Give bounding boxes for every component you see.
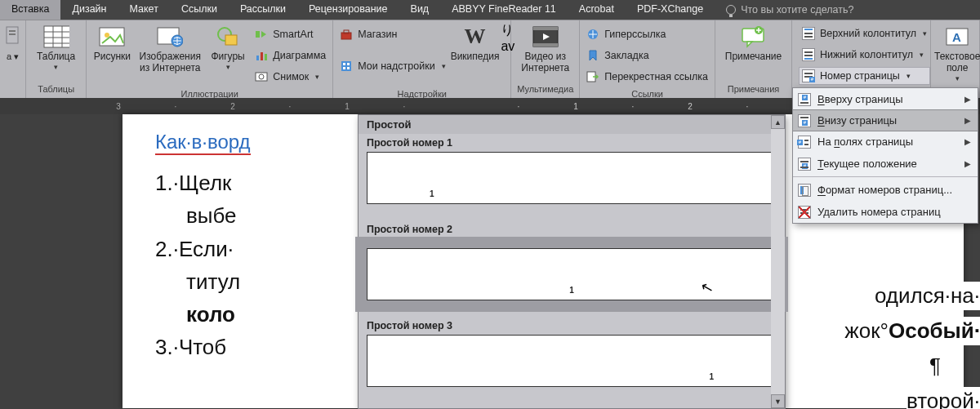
svg-rect-24: [341, 61, 351, 71]
menu-current-position[interactable]: # Текущее положение ▶: [793, 153, 978, 175]
svg-marker-34: [590, 51, 596, 60]
svg-rect-30: [533, 27, 558, 30]
screenshot-button[interactable]: Снимок ▾: [255, 68, 326, 86]
submenu-arrow-icon: ▶: [964, 116, 971, 125]
sample-number-right: 1: [709, 372, 714, 381]
svg-rect-3: [44, 26, 69, 47]
svg-rect-19: [265, 54, 267, 60]
tab-mailings[interactable]: Рассылки: [229, 0, 297, 20]
menu-bottom-label: Внизу страницы: [817, 114, 897, 127]
svg-rect-26: [347, 63, 350, 65]
textbox-label: Текстовое поле: [934, 51, 980, 74]
tab-review[interactable]: Рецензирование: [297, 0, 399, 20]
gallery-item-2[interactable]: 1: [367, 248, 777, 300]
bookmark-icon: [586, 49, 599, 62]
svg-rect-15: [256, 31, 260, 38]
tab-design[interactable]: Дизайн: [60, 0, 118, 20]
svg-rect-18: [261, 52, 263, 60]
textbox-icon: A: [944, 24, 970, 50]
tab-acrobat[interactable]: Acrobat: [568, 0, 626, 20]
tab-insert[interactable]: Вставка: [0, 0, 60, 20]
table-button[interactable]: Таблица ▾: [30, 22, 82, 71]
scroll-up-button[interactable]: ▲: [771, 115, 785, 129]
menu-bottom-of-page[interactable]: # Внизу страницы ▶: [792, 109, 978, 131]
shapes-icon: [215, 24, 241, 50]
online-video-button[interactable]: Видео из Интернета: [514, 22, 576, 74]
gallery-scrollbar[interactable]: ▲ ▼: [771, 115, 785, 408]
pages-split[interactable]: а ▾: [2, 22, 24, 62]
page-number-gallery: Простой Простой номер 1 1 Простой номер …: [358, 114, 786, 409]
screenshot-icon: [255, 70, 268, 83]
tell-me-search[interactable]: Что вы хотите сделать?: [715, 0, 853, 20]
gallery-item-3[interactable]: 1: [367, 335, 777, 387]
remove-numbers-icon: [798, 206, 811, 219]
comment-button[interactable]: Примечание: [719, 22, 788, 63]
menu-format-label: Формат номеров страниц...: [817, 184, 952, 196]
bookmark-button[interactable]: Закладка: [586, 47, 708, 64]
gallery-section-title: Простой: [359, 115, 785, 134]
gallery-item-1[interactable]: 1: [367, 152, 777, 204]
screenshot-label: Снимок: [273, 71, 309, 82]
page-number-icon: #: [802, 69, 815, 82]
doc-title: Как·в·ворд: [155, 131, 251, 155]
lightbulb-icon: [726, 5, 736, 15]
menu-top-of-page[interactable]: # Вверху страницы ▶: [793, 88, 978, 110]
svg-rect-28: [347, 67, 350, 69]
menu-margins-label: На полях страницы: [817, 136, 913, 148]
svg-point-10: [105, 33, 109, 38]
bookmark-label: Закладка: [604, 50, 648, 61]
page-number-label: Номер страницы: [820, 70, 900, 82]
hyperlink-icon: [586, 28, 599, 41]
online-pictures-icon: [157, 24, 183, 50]
hyperlink-button[interactable]: Гиперссылка: [586, 25, 708, 43]
sample-number-center: 1: [569, 286, 574, 295]
svg-rect-14: [225, 35, 237, 45]
wikipedia-icon: W: [462, 24, 488, 50]
bottom-of-page-icon: #: [798, 114, 811, 127]
shapes-button[interactable]: Фигуры ▾: [206, 22, 250, 71]
table-label: Таблица: [37, 51, 75, 63]
pages-group-label: [0, 84, 25, 98]
smartart-icon: [255, 28, 268, 41]
tab-references[interactable]: Ссылки: [170, 0, 229, 20]
scroll-down-button[interactable]: ▼: [771, 394, 785, 408]
svg-rect-31: [533, 43, 558, 47]
header-icon: [802, 27, 815, 40]
pages-icon: [0, 24, 26, 50]
menu-remove-label: Удалить номера страниц: [817, 206, 941, 218]
pictures-button[interactable]: Рисунки: [90, 22, 134, 63]
chart-button[interactable]: Диаграмма: [255, 47, 326, 64]
menu-format-page-numbers[interactable]: Формат номеров страниц...: [793, 179, 978, 201]
comments-group-label: Примечания: [715, 84, 791, 98]
crossref-button[interactable]: Перекрестная ссылка: [586, 68, 708, 86]
wikipedia-button[interactable]: W Википедия: [451, 22, 500, 63]
menu-top-label: Вверху страницы: [817, 93, 903, 105]
svg-rect-1: [9, 30, 16, 32]
header-button[interactable]: Верхний колонтитул▾: [799, 24, 930, 42]
svg-text:A: A: [952, 30, 961, 44]
page-number-menu: # Вверху страницы ▶ # Внизу страницы ▶ #…: [792, 87, 978, 224]
textbox-button[interactable]: A Текстовое поле▾: [934, 22, 980, 82]
gallery-item-2-label: Простой номер 2: [359, 220, 785, 238]
pictures-icon: [99, 24, 125, 50]
tab-layout[interactable]: Макет: [118, 0, 170, 20]
my-addins-icon: [340, 60, 353, 73]
store-label: Магазин: [358, 29, 397, 40]
shapes-label: Фигуры: [211, 51, 244, 63]
my-addins-button[interactable]: Мои надстройки ▾: [340, 47, 445, 86]
tab-view[interactable]: Вид: [399, 0, 441, 20]
page-number-button[interactable]: # Номер страницы▾: [799, 67, 930, 85]
smartart-button[interactable]: SmartArt: [255, 25, 326, 43]
store-icon: [340, 28, 353, 41]
header-label: Верхний колонтитул: [820, 28, 916, 39]
menu-current-label: Текущее положение: [817, 158, 917, 170]
store-button[interactable]: Магазин: [340, 25, 445, 43]
online-pictures-button[interactable]: Изображения из Интернета: [136, 22, 204, 74]
menu-remove-page-numbers[interactable]: Удалить номера страниц: [793, 201, 978, 223]
menu-page-margins[interactable]: # На полях страницы ▶: [793, 131, 978, 153]
tab-abbyy[interactable]: ABBYY FineReader 11: [440, 0, 568, 20]
video-label: Видео из Интернета: [514, 51, 576, 74]
submenu-arrow-icon: ▶: [964, 159, 971, 168]
footer-button[interactable]: Нижний колонтитул▾: [799, 46, 930, 64]
tab-pdfxchange[interactable]: PDF-XChange: [626, 0, 715, 20]
